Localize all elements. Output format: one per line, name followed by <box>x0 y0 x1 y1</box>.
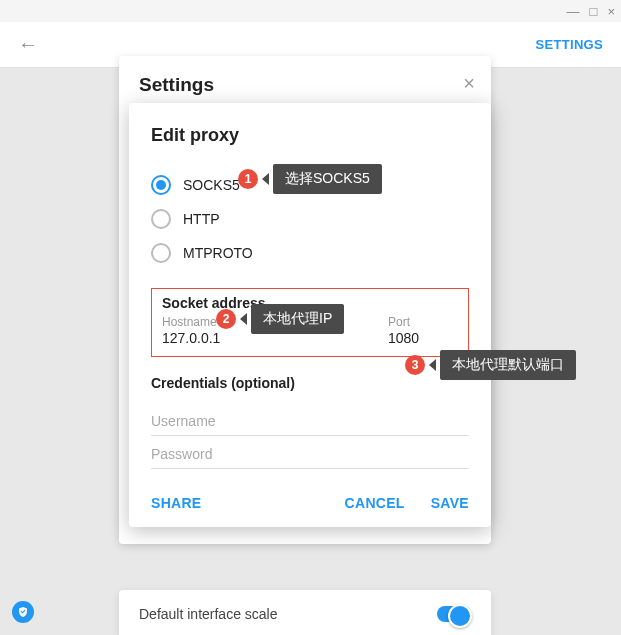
modal-actions: SHARE CANCEL SAVE <box>151 495 469 511</box>
radio-icon <box>151 209 171 229</box>
modal-title: Edit proxy <box>151 125 469 146</box>
back-arrow-icon[interactable]: ← <box>18 33 38 56</box>
callout-badge: 1 <box>238 169 258 189</box>
password-input[interactable] <box>151 436 469 469</box>
save-button[interactable]: SAVE <box>431 495 469 511</box>
radio-icon <box>151 175 171 195</box>
settings-link[interactable]: SETTINGS <box>536 37 603 52</box>
port-label: Port <box>388 315 458 329</box>
callout-arrow-icon <box>429 359 436 371</box>
port-field[interactable]: Port 1080 <box>388 315 458 346</box>
callout-3: 3 本地代理默认端口 <box>405 350 576 380</box>
interface-scale-toggle[interactable] <box>437 606 471 622</box>
credentials-section: Credentials (optional) <box>151 375 469 469</box>
radio-icon <box>151 243 171 263</box>
radio-label: HTTP <box>183 211 220 227</box>
callout-arrow-icon <box>240 313 247 325</box>
callout-text: 本地代理IP <box>251 304 344 334</box>
close-icon[interactable]: × <box>607 4 615 19</box>
shield-badge-icon <box>12 601 34 623</box>
close-panel-icon[interactable]: × <box>463 72 475 95</box>
radio-mtproto[interactable]: MTPROTO <box>151 236 469 270</box>
callout-text: 本地代理默认端口 <box>440 350 576 380</box>
maximize-icon[interactable]: □ <box>590 4 598 19</box>
callout-arrow-icon <box>262 173 269 185</box>
callout-1: 1 选择SOCKS5 <box>238 164 382 194</box>
window-titlebar: — □ × <box>0 0 621 22</box>
callout-2: 2 本地代理IP <box>216 304 344 334</box>
interface-scale-label: Default interface scale <box>139 606 278 622</box>
port-value: 1080 <box>388 330 458 346</box>
cancel-button[interactable]: CANCEL <box>345 495 405 511</box>
minimize-icon[interactable]: — <box>567 4 580 19</box>
radio-label: MTPROTO <box>183 245 253 261</box>
settings-panel-title: Settings <box>139 74 471 96</box>
callout-badge: 3 <box>405 355 425 375</box>
radio-label: SOCKS5 <box>183 177 240 193</box>
interface-scale-row: Default interface scale <box>119 590 491 635</box>
share-button[interactable]: SHARE <box>151 495 202 511</box>
callout-text: 选择SOCKS5 <box>273 164 382 194</box>
radio-http[interactable]: HTTP <box>151 202 469 236</box>
username-input[interactable] <box>151 403 469 436</box>
callout-badge: 2 <box>216 309 236 329</box>
